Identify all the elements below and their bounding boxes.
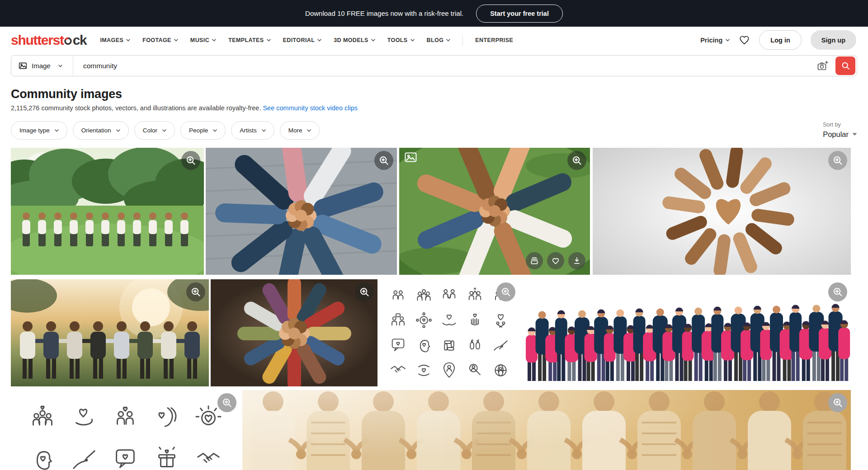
nav-templates[interactable]: TEMPLATES	[228, 37, 270, 43]
favorite-heart-icon[interactable]	[547, 252, 564, 269]
find-similar-icon[interactable]	[526, 252, 543, 269]
free-trial-button[interactable]: Start your free trial	[476, 5, 563, 23]
zoom-in-icon[interactable]	[374, 151, 393, 170]
chevron-down-icon	[262, 129, 266, 132]
nav-enterprise[interactable]: ENTERPRISE	[475, 37, 513, 43]
results-grid	[11, 148, 851, 470]
caret-down-icon	[852, 133, 857, 136]
nav-footage[interactable]: FOOTAGE	[142, 37, 178, 43]
search-input[interactable]	[73, 62, 811, 70]
zoom-in-icon[interactable]	[186, 282, 205, 301]
filter-artists[interactable]: Artists	[231, 121, 274, 140]
zoom-in-icon[interactable]	[355, 282, 374, 301]
care-hands-icon	[411, 358, 437, 383]
chevron-down-icon	[317, 39, 321, 42]
filter-more[interactable]: More	[280, 121, 320, 140]
handshake-icon	[188, 439, 229, 470]
hands-unity-icon	[437, 333, 462, 358]
chevron-down-icon	[174, 39, 178, 42]
results-count-text: 2,115,276 community stock photos, vector…	[11, 104, 261, 112]
primary-nav: IMAGES FOOTAGE MUSIC TEMPLATES EDITORIAL…	[100, 35, 513, 45]
raised-hands-icon	[462, 333, 488, 358]
two-people-icon	[385, 283, 411, 308]
tile-actions	[526, 252, 585, 269]
chevron-down-icon	[212, 39, 216, 42]
favorites-heart-icon[interactable]	[739, 34, 750, 46]
result-friends-sunset[interactable]	[11, 279, 209, 386]
sort-dropdown[interactable]: Popular	[823, 130, 857, 139]
image-type-badge-icon	[405, 152, 417, 162]
person-pin-icon	[437, 358, 462, 383]
nav-music[interactable]: MUSIC	[190, 37, 216, 43]
search-button[interactable]	[835, 56, 855, 75]
chevron-down-icon	[267, 39, 271, 42]
result-people-chain-sepia[interactable]	[242, 390, 851, 470]
zoom-in-icon[interactable]	[567, 151, 586, 170]
filter-chips: Image type Orientation Color People Arti…	[11, 121, 320, 140]
person-search-icon	[462, 358, 488, 383]
zoom-in-icon[interactable]	[828, 151, 847, 170]
chevron-down-icon	[410, 39, 415, 42]
nav-editorial[interactable]: EDITORIAL	[283, 37, 322, 43]
result-stacked-hands[interactable]	[206, 148, 397, 275]
speech-heart-icon	[385, 333, 411, 358]
nav-blog[interactable]: BLOG	[427, 37, 451, 43]
photo-heart-hands-circle	[593, 148, 851, 275]
pricing-link[interactable]: Pricing	[700, 37, 730, 44]
promo-banner: Download 10 FREE images now with a risk-…	[0, 0, 868, 27]
results-summary: 2,115,276 community stock photos, vector…	[11, 104, 857, 112]
filter-people[interactable]: People	[180, 121, 226, 140]
nav-3d-models[interactable]: 3D MODELS	[334, 37, 375, 43]
hands-heart-icon	[437, 308, 462, 333]
zoom-in-icon[interactable]	[828, 282, 847, 301]
result-volunteers-field[interactable]	[11, 148, 204, 275]
zoom-in-icon[interactable]	[828, 393, 847, 412]
filter-image-type[interactable]: Image type	[11, 121, 67, 140]
result-hands-together[interactable]	[399, 148, 590, 275]
signup-button[interactable]: Sign up	[811, 30, 856, 50]
shutterstock-search-page: Download 10 FREE images now with a risk-…	[0, 0, 868, 470]
chevron-down-icon	[58, 65, 62, 67]
chevron-down-icon	[213, 129, 217, 132]
photo-friends-sunset	[11, 279, 209, 386]
result-community-icons-set[interactable]	[380, 279, 519, 386]
head-heart-icon	[22, 439, 63, 470]
heart-hug-icon	[488, 308, 514, 333]
shutter-o-icon	[64, 37, 72, 46]
faces-heart-icon	[146, 396, 188, 439]
login-button[interactable]: Log in	[759, 30, 802, 50]
result-hands-circle[interactable]	[211, 279, 377, 386]
chevron-down-icon	[116, 129, 120, 132]
hand-heart-icon	[63, 396, 105, 439]
nav-tools[interactable]: TOOLS	[387, 37, 415, 43]
community-circle-icon	[411, 308, 437, 333]
result-love-icons-set[interactable]	[11, 390, 240, 470]
image-media-icon	[18, 61, 28, 70]
group-heart-icon	[22, 396, 63, 439]
search-bar: Image	[11, 55, 857, 76]
shutterstock-logo[interactable]: shutterstck	[11, 33, 86, 48]
filters-toolbar: Image type Orientation Color People Arti…	[11, 121, 857, 140]
download-icon[interactable]	[568, 252, 585, 269]
search-by-image-icon[interactable]	[811, 60, 835, 71]
zoom-in-icon[interactable]	[181, 151, 200, 170]
head-heart-icon	[411, 333, 437, 358]
result-crowd-illustration[interactable]	[521, 279, 851, 386]
zoom-in-icon[interactable]	[217, 393, 236, 412]
nav-images[interactable]: IMAGES	[100, 37, 130, 43]
media-type-select[interactable]: Image	[11, 56, 73, 76]
holding-hands-icon	[437, 283, 462, 308]
reaching-hands-icon	[63, 439, 105, 470]
sort-control: Sort by Popular	[823, 121, 857, 139]
zoom-in-icon[interactable]	[496, 282, 515, 301]
video-clips-link[interactable]: See community stock video clips	[263, 104, 358, 112]
hands-holding-heart-icon	[462, 308, 488, 333]
people-chat-icon	[385, 308, 411, 333]
result-heart-hands-circle[interactable]	[593, 148, 851, 275]
chevron-down-icon	[55, 129, 59, 132]
filter-orientation[interactable]: Orientation	[73, 121, 129, 140]
filter-color[interactable]: Color	[134, 121, 175, 140]
handshake-icon	[385, 358, 411, 383]
chevron-down-icon	[371, 39, 375, 42]
chevron-down-icon	[446, 39, 450, 42]
